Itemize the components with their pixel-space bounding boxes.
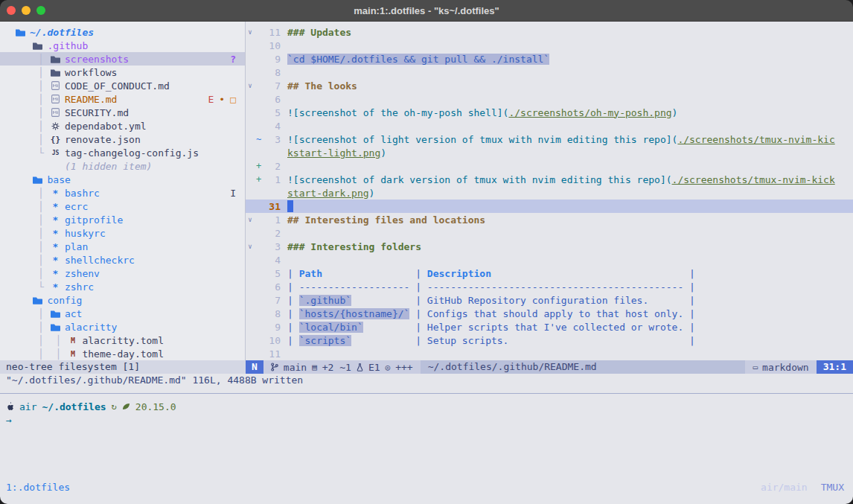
line-number: 31 [263, 201, 281, 212]
editor-line[interactable]: start-dark.png) [246, 186, 853, 200]
neo-tree-statusline: neo-tree filesystem [1] [0, 360, 246, 374]
editor-line[interactable]: 2 [246, 226, 853, 240]
tree-item-alacritty[interactable]: │ alacritty [0, 320, 245, 334]
tree-item-act[interactable]: │ act [0, 307, 245, 320]
editor-buffer[interactable]: ∨11### Updates109`cd $HOME/.dotfiles && … [246, 22, 853, 360]
tree-item--1-hidden-item-[interactable]: (1 hidden item) [0, 159, 245, 173]
editor-line[interactable]: kstart-light.png) [246, 146, 853, 159]
line-text: | `.github` | GitHub Repository configur… [287, 295, 695, 306]
editor-line[interactable]: 10| `scripts` | Setup scripts. | [246, 334, 853, 347]
sign-column: + [255, 174, 263, 185]
line-text: | `hosts/{hostname}/` | Configs that sho… [287, 308, 695, 319]
tree-item-label: alacritty.toml [82, 335, 164, 346]
editor-line[interactable]: 10 [246, 39, 853, 52]
tree-item-bashrc[interactable]: │ *bashrcI [0, 186, 245, 200]
titlebar: main:1:.dotfiles - "ks~/.dotfiles" [0, 0, 853, 22]
line-number: 5 [263, 107, 281, 118]
tree-item-dependabot-yml[interactable]: │ dependabot.yml [0, 119, 245, 133]
statusline-filepath: ~/.dotfiles/.github/README.md [421, 360, 746, 374]
editor-line[interactable]: 11 [246, 347, 853, 360]
editor-line[interactable]: 4 [246, 253, 853, 267]
editor-line[interactable]: +1![screenshot of dark version of tmux w… [246, 173, 853, 186]
line-number: 7 [263, 80, 281, 92]
fold-column[interactable]: ∨ [246, 243, 255, 250]
tree-item-screenshots[interactable]: │ screenshots? [0, 52, 245, 66]
editor-line[interactable]: ∨11### Updates [246, 25, 853, 39]
folder-icon [33, 176, 42, 184]
tree-item-security-md[interactable]: │ SECURITY.md [0, 106, 245, 119]
line-number: 2 [263, 228, 281, 239]
editor-line[interactable]: 9| `local/bin` | Helper scripts that I'v… [246, 320, 853, 334]
tree-item-shellcheckrc[interactable]: │ *shellcheckrc [0, 253, 245, 267]
editor-line[interactable]: ∨3### Interesting folders [246, 240, 853, 253]
tree-item-ecrc[interactable]: │ *ecrc [0, 200, 245, 213]
fold-column[interactable]: ∨ [246, 82, 255, 89]
editor-line[interactable]: 8| `hosts/{hostname}/` | Configs that sh… [246, 307, 853, 320]
node-leaf-icon [122, 403, 130, 410]
tree-item-label: renovate.json [65, 134, 141, 145]
tree-item-tag-changelog-config-js[interactable]: └ JStag-changelog-config.js [0, 146, 245, 159]
editor-line[interactable]: 7| `.github` | GitHub Repository configu… [246, 293, 853, 307]
tree-item-label: huskyrc [65, 228, 106, 239]
shell-input-line[interactable]: → [6, 413, 853, 427]
tmux-status-bar: 1:.dotfiles air/main TMUX [0, 476, 853, 504]
javascript-icon: JS [50, 150, 61, 156]
editor-line[interactable]: ∨1## Interesting files and locations [246, 213, 853, 226]
editor-line[interactable]: ~3![screenshot of light version of tmux … [246, 133, 853, 146]
tree-item-plan[interactable]: │ *plan [0, 240, 245, 253]
editor-line[interactable]: 4 [246, 119, 853, 133]
fold-column[interactable]: ∨ [246, 28, 255, 36]
markdown-file-icon [51, 95, 60, 103]
editor-line[interactable]: 6| ------------------- | ---------------… [246, 280, 853, 293]
editor-line[interactable]: ∨7## The looks [246, 79, 853, 92]
tree-item-code-of-conduct-md[interactable]: │ CODE_OF_CONDUCT.md [0, 79, 245, 92]
tree-item-theme-day-toml[interactable]: │ │ Mtheme-day.toml [0, 347, 245, 360]
tree-item-alacritty-toml[interactable]: │ │ Malacritty.toml [0, 334, 245, 347]
tree-item-huskyrc[interactable]: │ *huskyrc [0, 226, 245, 240]
editor-line[interactable]: 5| Path | Description | [246, 267, 853, 280]
flask-icon [357, 363, 363, 371]
line-number: 8 [263, 308, 281, 319]
tmux-window-tab[interactable]: 1:.dotfiles [6, 482, 70, 493]
buffer-icon: ▤ [312, 363, 317, 372]
line-number: 1 [263, 214, 281, 226]
editor-cursor-line[interactable]: 31 [246, 200, 853, 213]
editor-line[interactable]: 9`cd $HOME/.dotfiles && git pull && ./in… [246, 52, 853, 66]
terminal-window: main:1:.dotfiles - "ks~/.dotfiles" ~/.do… [0, 0, 853, 504]
editor-line[interactable]: 6 [246, 92, 853, 106]
indent-guides: │ [15, 255, 50, 266]
prompt-arrow: → [6, 415, 12, 426]
tree-item-config[interactable]: config [0, 293, 245, 307]
editor-line[interactable]: 5![screenshot of the oh-my-posh shell](.… [246, 106, 853, 119]
line-text: ## Interesting files and locations [287, 214, 485, 226]
indent-guides: │ [15, 134, 50, 145]
cursor-position-badge: 31:1 [817, 360, 853, 374]
dotfile-star-icon: * [50, 241, 61, 252]
markdown-file-icon [51, 108, 60, 117]
tree-item-workflows[interactable]: │ workflows [0, 66, 245, 79]
tree-item-readme-md[interactable]: │ README.mdE•□ [0, 92, 245, 106]
fold-column[interactable]: ∨ [246, 216, 255, 223]
statusline-right: ▭ markdown [745, 362, 816, 373]
folder-icon [51, 323, 60, 331]
tree-item-label: base [47, 174, 70, 185]
editor-line[interactable]: +2 [246, 159, 853, 173]
tree-item--github[interactable]: .github [0, 39, 245, 52]
node-version-label: 20.15.0 [135, 401, 176, 412]
vim-mode-badge: N [246, 360, 263, 374]
tree-item--dotfiles[interactable]: ~/.dotfiles [0, 25, 245, 39]
dotfile-star-icon: * [50, 188, 61, 199]
tree-item-base[interactable]: base [0, 173, 245, 186]
editor-line[interactable]: 8 [246, 66, 853, 79]
filetype-label: markdown [762, 362, 809, 373]
shell-pane[interactable]: air ~/.dotfiles ↻ 20.15.0 → [0, 394, 853, 476]
tree-item-zshenv[interactable]: │ *zshenv [0, 267, 245, 280]
text-cursor [287, 200, 293, 212]
tree-item-renovate-json[interactable]: │ {}renovate.json [0, 133, 245, 146]
toml-file-icon: M [67, 336, 78, 345]
tree-item-zshrc[interactable]: └ *zshrc [0, 280, 245, 293]
tree-item-gitprofile[interactable]: │ *gitprofile [0, 213, 245, 226]
line-number: 3 [263, 134, 281, 145]
diff-icon: ◎ [386, 363, 391, 372]
line-number: 11 [263, 27, 281, 38]
